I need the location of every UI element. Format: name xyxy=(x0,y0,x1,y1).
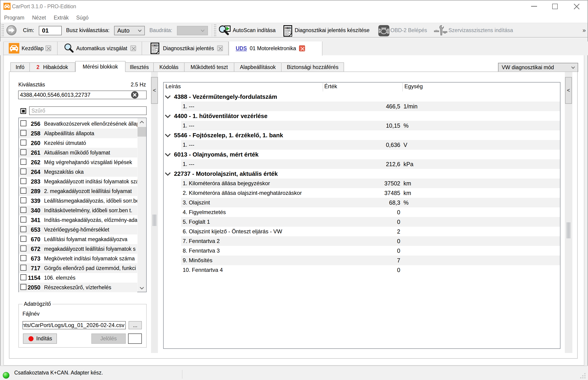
svg-text:OBD: OBD xyxy=(285,26,291,30)
svg-text:OBD: OBD xyxy=(152,44,158,47)
